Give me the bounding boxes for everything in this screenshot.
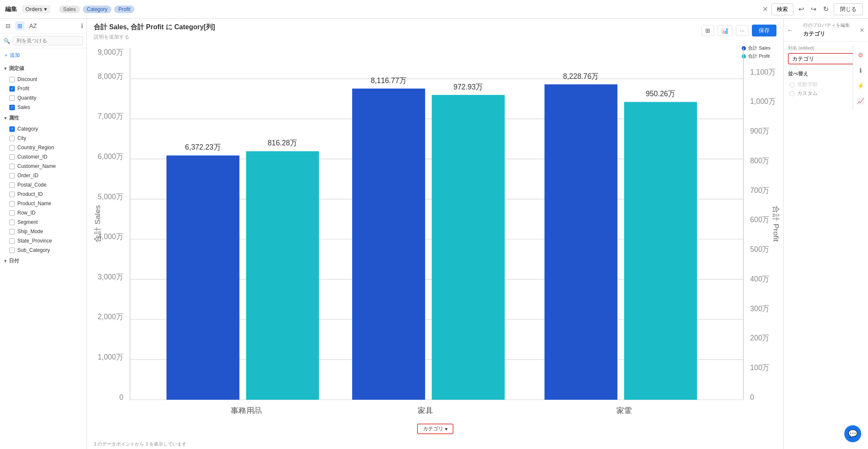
checkbox-country[interactable]: [9, 145, 15, 151]
field-order-id[interactable]: Order_ID: [0, 171, 86, 180]
svg-text:合計 Sales: 合計 Sales: [94, 205, 102, 243]
checkbox-sales[interactable]: ✓: [9, 105, 15, 110]
sidebar-icon-text[interactable]: AZ: [27, 21, 39, 31]
tag-category[interactable]: Category: [83, 6, 112, 13]
sidebar-content: ▾ 測定値 Discount ✓ Profit Quantity ✓ Sales: [0, 62, 86, 449]
svg-text:8,228.76万: 8,228.76万: [563, 72, 599, 81]
svg-text:300万: 300万: [750, 304, 770, 313]
checkbox-postal-code[interactable]: [9, 182, 15, 188]
svg-text:合計 Profit: 合計 Profit: [772, 206, 780, 242]
field-sub-category[interactable]: Sub_Category: [0, 245, 86, 255]
more-options-button[interactable]: ···: [736, 25, 748, 36]
svg-text:500万: 500万: [750, 245, 770, 254]
svg-text:700万: 700万: [750, 186, 770, 195]
field-quantity[interactable]: Quantity: [0, 93, 86, 103]
field-product-name[interactable]: Product_Name: [0, 199, 86, 208]
chevron-down-icon: ▾: [44, 6, 47, 12]
dataset-badge[interactable]: Orders ▾: [22, 5, 50, 13]
checkbox-row-id[interactable]: [9, 210, 15, 216]
x-axis-label[interactable]: カテゴリ ▾: [417, 424, 453, 434]
checkbox-quantity[interactable]: [9, 95, 15, 101]
rp-bolt-icon[interactable]: ⚡: [854, 80, 868, 92]
checkbox-ship-mode[interactable]: [9, 229, 15, 234]
chat-button[interactable]: 💬: [844, 425, 861, 442]
field-sales[interactable]: ✓ Sales: [0, 103, 86, 112]
clear-button[interactable]: ✕: [762, 5, 768, 13]
right-panel-icons: ⚙ ℹ ⚡ 📈: [853, 46, 868, 110]
undo-button[interactable]: ↩: [797, 3, 806, 15]
x-axis-label-container: カテゴリ ▾: [417, 424, 453, 434]
field-customer-id[interactable]: Customer_ID: [0, 152, 86, 162]
checkbox-category[interactable]: ✓: [9, 126, 15, 132]
checkbox-customer-name[interactable]: [9, 164, 15, 169]
chart-container: 合計 Sales 合計 Profit 0 1,000万 2,000万 3,000…: [87, 41, 783, 439]
right-panel: ← 行のプロパティを編集 カテゴリ ✕ 列名 (edited) 並べ替え ▾ 英…: [783, 19, 868, 449]
right-panel-header: ← 行のプロパティを編集 カテゴリ ✕: [784, 19, 868, 42]
section-date[interactable]: ▾ 日付: [0, 255, 86, 267]
field-category[interactable]: ✓ Category: [0, 124, 86, 134]
add-button[interactable]: ＋ 追加: [0, 50, 23, 61]
plus-icon: ＋: [3, 52, 8, 59]
svg-text:8,000万: 8,000万: [98, 72, 124, 81]
field-postal-code[interactable]: Postal_Code: [0, 180, 86, 190]
info-icon[interactable]: ℹ: [81, 22, 83, 29]
bar-chart-button[interactable]: 📊: [718, 25, 732, 36]
tag-profit[interactable]: Profit: [114, 6, 134, 13]
svg-text:5,000万: 5,000万: [98, 192, 124, 201]
field-row-id[interactable]: Row_ID: [0, 208, 86, 218]
rp-settings-icon[interactable]: ⚙: [854, 49, 868, 61]
sidebar-icon-bookmark[interactable]: ⊟: [3, 21, 13, 31]
save-button[interactable]: 保存: [752, 25, 776, 36]
field-country-region[interactable]: Country_Region: [0, 143, 86, 152]
checkbox-city[interactable]: [9, 136, 15, 141]
tag-sales[interactable]: Sales: [59, 6, 80, 13]
field-product-id[interactable]: Product_ID: [0, 190, 86, 199]
checkbox-discount[interactable]: [9, 77, 15, 82]
field-state-province[interactable]: State_Province: [0, 236, 86, 245]
checkbox-segment[interactable]: [9, 220, 15, 225]
radio-custom[interactable]: [790, 91, 795, 96]
search-button[interactable]: 検索: [771, 3, 793, 15]
checkbox-profit[interactable]: ✓: [9, 86, 15, 92]
rp-info-icon[interactable]: ℹ: [854, 64, 868, 76]
chevron-icon-2: ▾: [4, 116, 6, 120]
svg-text:950.26万: 950.26万: [645, 89, 675, 98]
svg-text:972.93万: 972.93万: [453, 82, 483, 91]
refresh-button[interactable]: ↻: [821, 3, 830, 15]
checkbox-customer-id[interactable]: [9, 154, 15, 160]
field-city[interactable]: City: [0, 134, 86, 143]
chart-subtitle[interactable]: 説明を追加する: [94, 33, 701, 41]
bar-kagu-profit: [432, 95, 505, 400]
svg-text:100万: 100万: [750, 363, 770, 372]
field-profit[interactable]: ✓ Profit: [0, 84, 86, 93]
checkbox-product-name[interactable]: [9, 201, 15, 206]
section-attributes[interactable]: ▾ 属性: [0, 112, 86, 124]
sidebar-icon-grid[interactable]: ⊞: [15, 21, 25, 31]
tag-list: Sales Category Profit: [59, 6, 135, 13]
field-segment[interactable]: Segment: [0, 218, 86, 227]
table-view-button[interactable]: ⊞: [701, 25, 714, 36]
panel-close-button[interactable]: ✕: [860, 27, 865, 33]
checkbox-sub-category[interactable]: [9, 248, 15, 253]
field-customer-name[interactable]: Customer_Name: [0, 162, 86, 171]
field-ship-mode[interactable]: Ship_Mode: [0, 227, 86, 236]
search-input[interactable]: [13, 36, 83, 45]
back-button[interactable]: ←: [787, 27, 793, 33]
checkbox-product-id[interactable]: [9, 192, 15, 197]
rp-chart-icon[interactable]: 📈: [854, 95, 868, 107]
field-discount[interactable]: Discount: [0, 75, 86, 84]
chart-title: 合計 Sales, 合計 Profit に Category[列]: [94, 23, 701, 32]
svg-text:200万: 200万: [750, 334, 770, 343]
close-button[interactable]: 閉じる: [834, 3, 863, 15]
redo-button[interactable]: ↪: [809, 3, 818, 15]
radio-alphanumeric[interactable]: [790, 82, 795, 87]
svg-text:事務用品: 事務用品: [231, 406, 262, 414]
section-measurements[interactable]: ▾ 測定値: [0, 62, 86, 75]
search-icon: 🔍: [3, 38, 10, 44]
svg-text:6,372.23万: 6,372.23万: [185, 143, 221, 152]
checkbox-state-province[interactable]: [9, 238, 15, 244]
main-layout: ⊟ ⊞ AZ ℹ 🔍 ＋ 追加 ▾ 測定値 Discount: [0, 19, 868, 449]
panel-title: カテゴリ: [799, 29, 854, 39]
checkbox-order-id[interactable]: [9, 173, 15, 178]
content-area: 合計 Sales, 合計 Profit に Category[列] 説明を追加す…: [87, 19, 783, 449]
